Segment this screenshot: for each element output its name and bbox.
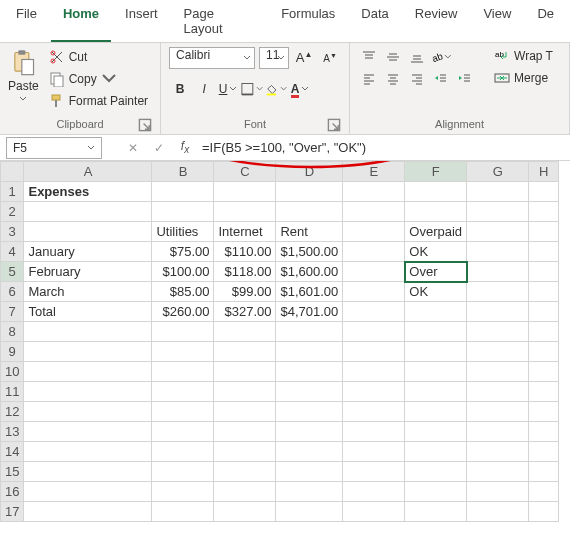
align-center-button[interactable] — [382, 69, 404, 89]
cell[interactable] — [405, 442, 467, 462]
cell[interactable] — [214, 182, 276, 202]
cell[interactable] — [343, 262, 405, 282]
cell[interactable]: $99.00 — [214, 282, 276, 302]
copy-button[interactable]: Copy — [45, 69, 152, 89]
cell[interactable] — [467, 482, 529, 502]
decrease-indent-button[interactable] — [430, 69, 452, 89]
cell[interactable] — [343, 342, 405, 362]
cell[interactable] — [152, 502, 214, 522]
cell[interactable] — [529, 202, 559, 222]
cell[interactable] — [152, 442, 214, 462]
col-header-E[interactable]: E — [343, 162, 405, 182]
cell[interactable] — [152, 362, 214, 382]
cell[interactable]: $1,601.00 — [276, 282, 343, 302]
cell[interactable] — [24, 342, 152, 362]
cell[interactable] — [343, 182, 405, 202]
cell[interactable]: $85.00 — [152, 282, 214, 302]
cell[interactable]: Total — [24, 302, 152, 322]
font-size-select[interactable]: 11 — [259, 47, 289, 69]
merge-center-button[interactable]: Merge — [490, 69, 557, 87]
cell[interactable] — [214, 362, 276, 382]
cell[interactable] — [467, 302, 529, 322]
cell[interactable] — [405, 302, 467, 322]
cell[interactable]: $100.00 — [152, 262, 214, 282]
increase-indent-button[interactable] — [454, 69, 476, 89]
cell[interactable]: $4,701.00 — [276, 302, 343, 322]
cell[interactable] — [343, 282, 405, 302]
cell[interactable]: $327.00 — [214, 302, 276, 322]
cell[interactable] — [152, 402, 214, 422]
fill-color-button[interactable] — [265, 79, 287, 99]
cell[interactable] — [24, 402, 152, 422]
font-name-select[interactable]: Calibri — [169, 47, 255, 69]
cell[interactable] — [152, 342, 214, 362]
formula-bar-input[interactable] — [196, 137, 570, 159]
orientation-button[interactable]: ab — [430, 47, 452, 67]
cell[interactable] — [529, 322, 559, 342]
row-header[interactable]: 2 — [1, 202, 24, 222]
cell[interactable] — [276, 342, 343, 362]
row-header[interactable]: 15 — [1, 462, 24, 482]
cell[interactable] — [405, 382, 467, 402]
cell[interactable] — [276, 502, 343, 522]
dialog-launcher-icon[interactable] — [138, 118, 152, 132]
row-header[interactable]: 8 — [1, 322, 24, 342]
select-all-corner[interactable] — [1, 162, 24, 182]
row-header[interactable]: 1 — [1, 182, 24, 202]
cell[interactable] — [276, 322, 343, 342]
cell[interactable] — [214, 482, 276, 502]
col-header-D[interactable]: D — [276, 162, 343, 182]
cell[interactable] — [467, 242, 529, 262]
cell[interactable]: January — [24, 242, 152, 262]
tab-data[interactable]: Data — [349, 2, 400, 42]
row-header[interactable]: 7 — [1, 302, 24, 322]
paste-button[interactable]: Paste — [8, 47, 39, 103]
cell[interactable] — [24, 202, 152, 222]
cell[interactable] — [467, 222, 529, 242]
cell[interactable] — [214, 462, 276, 482]
cell[interactable] — [24, 422, 152, 442]
dialog-launcher-icon[interactable] — [327, 118, 341, 132]
cell[interactable] — [405, 502, 467, 522]
cell[interactable] — [276, 362, 343, 382]
row-header[interactable]: 12 — [1, 402, 24, 422]
cell[interactable] — [343, 402, 405, 422]
cell[interactable] — [276, 202, 343, 222]
col-header-A[interactable]: A — [24, 162, 152, 182]
tab-file[interactable]: File — [4, 2, 49, 42]
col-header-F[interactable]: F — [405, 162, 467, 182]
tab-developer[interactable]: De — [525, 2, 566, 42]
cell[interactable]: $75.00 — [152, 242, 214, 262]
cell[interactable] — [529, 342, 559, 362]
row-header[interactable]: 6 — [1, 282, 24, 302]
cell[interactable]: $1,500.00 — [276, 242, 343, 262]
tab-formulas[interactable]: Formulas — [269, 2, 347, 42]
cell[interactable]: Rent — [276, 222, 343, 242]
cell[interactable] — [405, 462, 467, 482]
cell[interactable] — [405, 342, 467, 362]
cell[interactable] — [24, 362, 152, 382]
cell[interactable] — [529, 402, 559, 422]
cell[interactable] — [343, 442, 405, 462]
cell[interactable] — [24, 222, 152, 242]
align-top-button[interactable] — [358, 47, 380, 67]
cell[interactable] — [214, 342, 276, 362]
decrease-font-button[interactable]: A▼ — [319, 48, 341, 68]
cell[interactable]: Expenses — [24, 182, 152, 202]
row-header[interactable]: 14 — [1, 442, 24, 462]
cell[interactable] — [529, 482, 559, 502]
cell[interactable] — [214, 422, 276, 442]
cell[interactable]: $1,600.00 — [276, 262, 343, 282]
cell[interactable] — [152, 182, 214, 202]
cell[interactable] — [405, 422, 467, 442]
cell[interactable] — [343, 382, 405, 402]
cell[interactable] — [467, 402, 529, 422]
increase-font-button[interactable]: A▲ — [293, 48, 315, 68]
cell[interactable] — [467, 422, 529, 442]
cell[interactable] — [343, 502, 405, 522]
align-bottom-button[interactable] — [406, 47, 428, 67]
tab-page-layout[interactable]: Page Layout — [172, 2, 268, 42]
format-painter-button[interactable]: Format Painter — [45, 91, 152, 111]
cell[interactable]: Internet — [214, 222, 276, 242]
cell[interactable] — [152, 382, 214, 402]
